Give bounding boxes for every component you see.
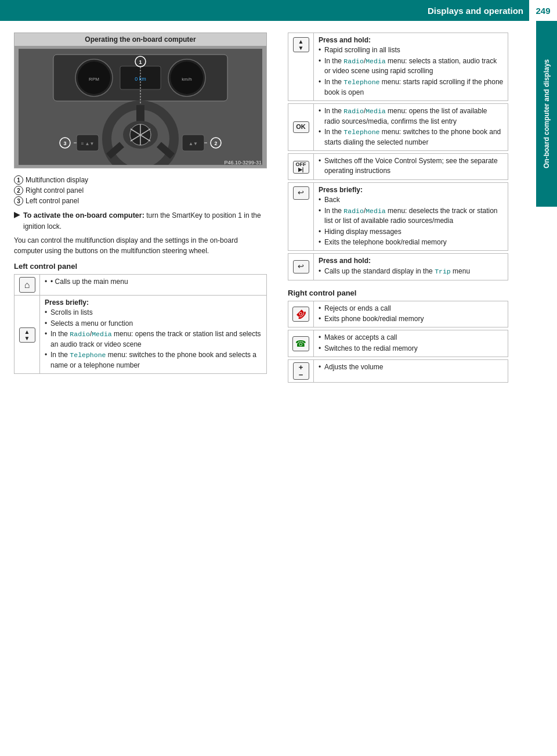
back-item-4: Exits the telephone book/redial memory: [319, 237, 504, 247]
media-text: Media: [92, 330, 112, 338]
left-control-table: ⌂ • Calls up the main menu ▲: [14, 274, 267, 374]
activate-text: To activate the on-board computer: turn …: [23, 210, 267, 232]
left-control-panel-heading: Left control panel: [14, 262, 267, 271]
phone-accept-glyph: ☎: [295, 337, 306, 350]
right-column: ▲ ▼ Press and hold: Rapid scrolling in a…: [278, 21, 536, 397]
arrow-bullet: ▶: [14, 210, 20, 219]
phone-accept-item-1: Makes or accepts a call: [319, 333, 504, 343]
off-item-1: Switches off the Voice Control System; s…: [319, 156, 504, 177]
right-arrows-icon: ▲ ▼: [293, 37, 309, 52]
ok-desc-cell: In the Radio/Media menu: opens the list …: [314, 103, 508, 150]
home-item-1: • Calls up the main menu: [45, 277, 263, 287]
back-hold-icon-cell: ↩: [288, 254, 314, 280]
volume-bullet-list: Adjusts the volume: [319, 362, 504, 372]
off-icon-cell: OFF▶|: [288, 154, 314, 180]
back-hold-label: Press and hold:: [319, 257, 371, 265]
svg-text:1: 1: [139, 59, 142, 65]
home-desc-cell: • Calls up the main menu: [40, 274, 267, 295]
back-bullet-list: Back In the Radio/Media menu: deselects …: [319, 195, 504, 247]
svg-text:3: 3: [63, 141, 66, 146]
radio-text: Radio: [70, 330, 90, 338]
arrows-item-3: In the Radio/Media menu: opens the track…: [45, 329, 263, 350]
volume-item-1: Adjusts the volume: [319, 362, 504, 372]
ok-icon: OK: [293, 121, 309, 133]
back-icon: ↩: [293, 186, 309, 200]
table-row-arrows: ▲ ▼ Press briefly: Scrolls in lists Sele…: [15, 295, 267, 373]
phone-end-table: ☎ Rejects or ends a call Exits phone boo…: [288, 301, 508, 328]
ph-item-3: In the Telephone menu: starts rapid scro…: [319, 77, 504, 98]
arrows-icon-cell: ▲ ▼: [15, 295, 40, 373]
back-hold-row: ↩ Press and hold: Calls up the standard …: [288, 254, 508, 280]
volume-icon: + −: [293, 362, 309, 380]
right-press-hold-cell: Press and hold: Rapid scrolling in all l…: [314, 33, 508, 101]
back-hold-icon: ↩: [293, 260, 309, 273]
op-box: Operating the on-board computer RPM km/h: [14, 33, 267, 168]
back-press-briefly-label: Press briefly:: [319, 186, 363, 194]
back-table: ↩ Press briefly: Back In the Radio/Media…: [288, 182, 508, 251]
back-hold-table: ↩ Press and hold: Calls up the standard …: [288, 253, 508, 280]
phone-end-desc-cell: Rejects or ends a call Exits phone book/…: [314, 301, 508, 327]
phone-accept-desc-cell: Makes or accepts a call Switches to the …: [314, 330, 508, 357]
ph-item-2: In the Radio/Media menu: selects a stati…: [319, 56, 504, 77]
press-briefly-label: Press briefly:: [45, 298, 89, 307]
ok-item-1: In the Radio/Media menu: opens the list …: [319, 106, 504, 127]
activate-bold: To activate the on-board computer:: [23, 211, 144, 219]
up-arrow: ▲: [24, 329, 30, 335]
arrows-item-1: Scrolls in lists: [45, 308, 263, 318]
off-icon: OFF▶|: [293, 161, 309, 174]
legend-num-2: 2: [14, 186, 23, 195]
ok-item-2: In the Telephone menu: switches to the p…: [319, 127, 504, 147]
main-content: Operating the on-board computer RPM km/h: [0, 21, 557, 397]
side-tab-label: On-board computer and displays: [542, 59, 551, 168]
bh-item-1: Calls up the standard display in the Tri…: [319, 267, 504, 277]
svg-text:km/h: km/h: [182, 77, 191, 82]
right-down-arrow: ▼: [298, 45, 304, 51]
legend-text-3: Left control panel: [26, 197, 79, 205]
phone-end-glyph: ☎: [292, 305, 309, 322]
phone-end-row: ☎ Rejects or ends a call Exits phone boo…: [288, 301, 508, 327]
legend-item-3: 3 Left control panel: [14, 196, 267, 206]
phone-end-icon: ☎: [292, 307, 309, 322]
home-icon-cell: ⌂: [15, 274, 40, 295]
legend-text-1: Multifunction display: [26, 176, 88, 184]
header-title: Displays and operation: [0, 6, 529, 16]
minus-icon: −: [299, 371, 303, 379]
legend-num-3: 3: [14, 196, 23, 206]
volume-desc-cell: Adjusts the volume: [314, 360, 508, 383]
arrows-item-2: Selects a menu or function: [45, 319, 263, 329]
right-up-arrow: ▲: [298, 38, 304, 45]
legend-item-2: 2 Right control panel: [14, 186, 267, 195]
phone-end-bullet-list: Rejects or ends a call Exits phone book/…: [319, 304, 504, 325]
down-arrow: ▼: [24, 335, 30, 341]
volume-row: + − Adjusts the volume: [288, 360, 508, 383]
ph-item-1: Rapid scrolling in all lists: [319, 45, 504, 55]
back-item-2: In the Radio/Media menu: deselects the t…: [319, 206, 504, 226]
legend-item-1: 1 Multifunction display: [14, 175, 267, 185]
right-arrows-icon-cell: ▲ ▼: [288, 33, 314, 101]
right-arrows-table: ▲ ▼ Press and hold: Rapid scrolling in a…: [288, 33, 508, 101]
phone-accept-icon-cell: ☎: [288, 330, 314, 357]
volume-table: + − Adjusts the volume: [288, 359, 508, 383]
press-hold-label: Press and hold:: [319, 36, 371, 44]
press-hold-list: Rapid scrolling in all lists In the Radi…: [319, 45, 504, 98]
legend-list: 1 Multifunction display 2 Right control …: [14, 175, 267, 206]
back-desc-cell: Press briefly: Back In the Radio/Media m…: [314, 182, 508, 251]
left-column: Operating the on-board computer RPM km/h: [0, 21, 278, 397]
image-credit: P46.10-3299-31: [224, 160, 262, 165]
side-tab: On-board computer and displays: [536, 21, 557, 207]
right-control-panel-heading: Right control panel: [288, 289, 508, 297]
body-text: You can control the multifunction displa…: [14, 235, 267, 256]
off-table: OFF▶| Switches off the Voice Control Sys…: [288, 153, 508, 180]
phone-end-icon-cell: ☎: [288, 301, 314, 327]
right-arrows-row: ▲ ▼ Press and hold: Rapid scrolling in a…: [288, 33, 508, 101]
ok-row: OK In the Radio/Media menu: opens the li…: [288, 103, 508, 150]
car-image: RPM km/h 0 km: [15, 46, 266, 168]
back-hold-bullet-list: Calls up the standard display in the Tri…: [319, 267, 504, 277]
svg-text:RPM: RPM: [89, 77, 99, 82]
ok-icon-cell: OK: [288, 103, 314, 150]
arrows-icon: ▲ ▼: [19, 327, 35, 343]
header-page-number: 249: [529, 0, 557, 21]
phone-accept-bullet-list: Makes or accepts a call Switches to the …: [319, 333, 504, 354]
off-desc-cell: Switches off the Voice Control System; s…: [314, 154, 508, 180]
svg-text:2: 2: [214, 141, 217, 146]
